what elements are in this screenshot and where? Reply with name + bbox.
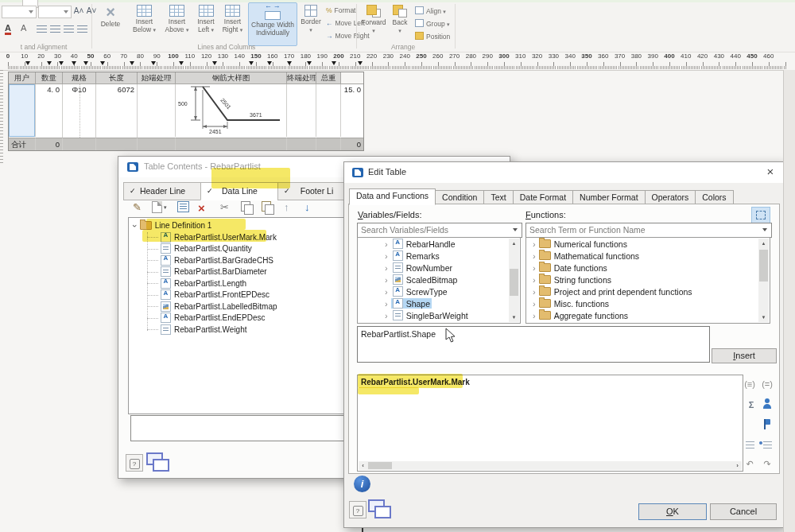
delete-button[interactable]: × Delete <box>93 4 128 29</box>
function-category-item[interactable]: › Aggregate functions <box>526 309 770 321</box>
position-button[interactable]: Position <box>415 32 450 41</box>
size-cell[interactable]: Φ10 <box>63 84 96 138</box>
align-bottom-icon[interactable] <box>64 25 74 33</box>
functions-list[interactable]: › Numerical functions › Mathematical fun… <box>525 237 770 324</box>
expand-icon[interactable]: › <box>533 239 536 249</box>
edit-icon[interactable]: ✎ <box>133 201 142 213</box>
selected-cell[interactable] <box>9 84 36 137</box>
scroll-down-icon[interactable]: ▼ <box>509 313 519 322</box>
window-right-edge[interactable] <box>783 70 795 532</box>
scroll-thumb[interactable] <box>759 250 768 282</box>
insert-above-button[interactable]: Insert Above ▾ <box>161 4 193 34</box>
scroll-left-icon[interactable]: ‹ <box>359 461 367 470</box>
function-category-item[interactable]: › Numerical functions <box>526 238 770 250</box>
tree-item[interactable]: RebarPartlist.Length <box>129 278 343 289</box>
font-name-combo[interactable] <box>2 6 37 18</box>
user-attributes-icon[interactable] <box>761 398 774 411</box>
help-button[interactable]: ? <box>126 454 143 472</box>
functions-search-input[interactable]: Search Term or Function Name <box>525 223 772 238</box>
grow-font-icon[interactable]: A˄ <box>73 6 84 17</box>
function-category-item[interactable]: › String functions <box>526 274 770 285</box>
format-button[interactable]: %Format <box>326 6 355 14</box>
expand-icon[interactable]: › <box>533 275 536 285</box>
scroll-thumb[interactable] <box>368 462 392 469</box>
tree-item[interactable]: RebarPartlist.EndEPDesc <box>129 313 343 324</box>
font-size-combo[interactable] <box>38 6 72 18</box>
expand-icon[interactable]: › <box>533 299 536 309</box>
tab-data-and-functions[interactable]: Data and Functions <box>349 188 436 205</box>
parentheses-icon[interactable]: (=) <box>761 378 774 390</box>
group-button[interactable]: Group ▾ <box>415 19 450 28</box>
expand-icon[interactable]: › <box>385 275 388 285</box>
tree-item[interactable]: RebarPartlist.FrontEPDesc <box>129 289 343 301</box>
variable-item[interactable]: › SingleBarWeight <box>358 309 520 321</box>
edit-table-titlebar[interactable]: Edit Table × <box>344 162 784 183</box>
variable-item[interactable]: › Shape <box>358 297 520 309</box>
tree-item[interactable]: RebarPartlist.Quantity <box>129 243 343 255</box>
start-end-cell[interactable] <box>138 84 176 137</box>
editor-hscrollbar[interactable]: ‹ › <box>359 461 742 470</box>
sum-icon[interactable]: Σ <box>745 398 758 411</box>
tree-item[interactable]: RebarPartlist.BarGradeCHS <box>129 254 343 266</box>
expand-icon[interactable]: › <box>533 251 536 261</box>
tree-item[interactable]: RebarPartlist.LabelledBitmap <box>129 301 343 313</box>
cascade-windows-icon[interactable] <box>146 452 170 472</box>
redo-icon[interactable]: ↷ <box>761 457 774 470</box>
insert-below-button[interactable]: Insert Below ▾ <box>128 4 161 34</box>
variables-list[interactable]: › RebarHandle › Remarks <box>357 237 521 324</box>
new-item-dropdown-icon[interactable]: ▾ <box>164 204 167 211</box>
field-flag-icon[interactable] <box>761 419 774 432</box>
insert-button[interactable]: Insert <box>712 348 777 363</box>
scroll-right-icon[interactable]: › <box>733 461 742 470</box>
insert-left-button[interactable]: Insert Left ▾ <box>193 4 219 34</box>
check-icon[interactable]: ✓ <box>130 183 136 200</box>
scroll-down-icon[interactable]: ▼ <box>758 313 769 322</box>
function-grid-button[interactable] <box>751 207 770 223</box>
expand-icon[interactable]: › <box>385 287 388 297</box>
horizontal-ruler[interactable]: 0102030405060708090100110120130140150160… <box>0 52 795 71</box>
variable-item[interactable]: › RowNumber <box>358 262 520 274</box>
align-justify-icon[interactable] <box>77 25 87 33</box>
align-top-icon[interactable] <box>37 25 47 33</box>
font-color-icon[interactable]: A <box>5 24 11 35</box>
align-middle-icon[interactable] <box>50 25 60 33</box>
align-button[interactable]: Align ▾ <box>415 6 446 15</box>
tree-item[interactable]: RebarPartlist.Weight <box>129 324 343 336</box>
cancel-button[interactable]: Cancel <box>710 503 777 520</box>
variable-item[interactable]: › ScrewType <box>358 285 520 297</box>
total-weight-cell[interactable]: 15. 0 <box>341 84 363 138</box>
close-icon[interactable]: × <box>763 165 778 179</box>
delete-item-icon[interactable]: × <box>198 201 205 215</box>
brackets-icon[interactable]: (≡) <box>743 378 756 390</box>
preview-box[interactable] <box>130 415 344 441</box>
cascade-windows-icon[interactable] <box>368 499 392 518</box>
list-icon[interactable] <box>743 438 756 451</box>
expression-preview-box[interactable]: RebarPartlist.Shape <box>357 326 710 363</box>
variable-item[interactable]: › RebarHandle <box>358 238 520 250</box>
forward-button[interactable]: Forward▾ <box>359 4 388 35</box>
vertical-ruler[interactable] <box>0 70 6 163</box>
collapse-icon[interactable]: › <box>132 224 138 227</box>
move-up-icon[interactable]: ↑ <box>284 201 289 213</box>
info-icon[interactable]: i <box>354 476 370 492</box>
expand-icon[interactable]: › <box>533 311 536 320</box>
length-cell[interactable]: 6072 <box>96 84 138 138</box>
tab-header-line[interactable]: ✓ Header Line <box>123 182 202 200</box>
expand-icon[interactable]: › <box>533 287 536 297</box>
undo-icon[interactable]: ↶ <box>743 457 756 470</box>
function-category-item[interactable]: › Mathematical functions <box>526 250 770 262</box>
variable-item[interactable]: › Remarks <box>358 250 520 262</box>
quantity-cell[interactable]: 4. 0 <box>36 84 63 138</box>
expand-icon[interactable]: › <box>385 251 388 261</box>
terminal-end-cell[interactable] <box>287 84 316 137</box>
variables-search-input[interactable]: Search Variables/Fields <box>357 223 522 238</box>
help-button[interactable]: ? <box>349 501 366 518</box>
border-button[interactable]: Border ▾ <box>298 4 324 34</box>
expand-icon[interactable]: › <box>385 299 388 309</box>
change-width-individually-button[interactable]: Change Width Individually <box>248 2 297 46</box>
back-button[interactable]: Back▾ <box>388 4 412 35</box>
functions-scrollbar[interactable]: ▲ ▼ <box>758 239 769 322</box>
expand-icon[interactable]: › <box>385 311 388 320</box>
expand-icon[interactable]: › <box>385 239 388 249</box>
line-definition-tree[interactable]: › Line Definition 1 RebarPartlist.UserMa… <box>128 217 344 414</box>
